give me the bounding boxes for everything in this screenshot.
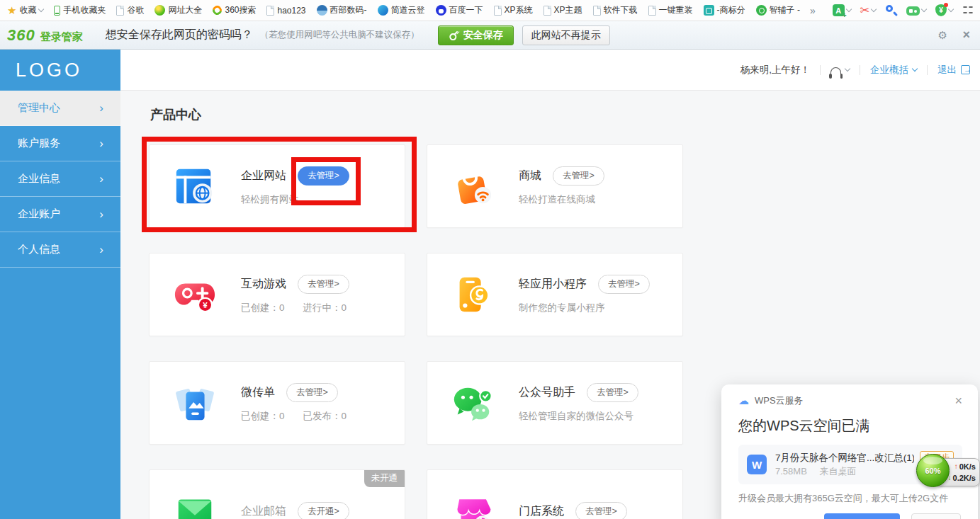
card-info: 微传单去管理>已创建：0已发布：0 (241, 383, 365, 423)
browser-tools: A✂¥ (833, 4, 973, 16)
company-overview-menu[interactable]: 企业概括 (870, 64, 917, 76)
bookmark-label: 智辅子 - (770, 4, 800, 16)
app-logo[interactable]: LOGO (0, 50, 120, 91)
key-icon (446, 28, 461, 42)
support-menu[interactable] (830, 64, 850, 75)
gear-icon[interactable]: ⚙ (938, 29, 947, 42)
bookmark-item[interactable]: 软件下载 (593, 4, 638, 16)
path (457, 499, 491, 515)
page-icon (593, 6, 601, 16)
product-card-门店系统[interactable]: 门店系统去管理> (427, 469, 683, 519)
sidebar-item-账户服务[interactable]: 账户服务› (0, 126, 120, 161)
bookmark-item[interactable]: 西部数码- (317, 4, 367, 16)
star-icon: ★ (7, 5, 16, 16)
manage-button[interactable]: 去管理> (553, 166, 604, 186)
card-subtitle: 轻松拥有网站 (241, 193, 349, 206)
card-title: 门店系统 (519, 504, 564, 519)
baidu-icon (436, 5, 446, 16)
manage-button[interactable]: 去管理> (286, 383, 338, 402)
bookmark-item[interactable]: XP系统 (494, 4, 533, 16)
product-card-商城[interactable]: 商城去管理>轻松打造在线商城 (427, 144, 683, 228)
app-header: LOGO 杨来明,上午好！ 企业概括 退出 → (0, 50, 980, 91)
bookmark-item[interactable]: 网址大全 (154, 4, 202, 16)
bookmark-item[interactable]: 智辅子 - (756, 4, 800, 16)
bookmark-item[interactable]: 360搜索 (213, 4, 256, 16)
manage-button[interactable]: 去开通> (298, 502, 349, 519)
speed-percent: 60% (925, 467, 940, 475)
page-icon (543, 6, 551, 16)
text: ¥ (203, 300, 208, 309)
i-lens-c (886, 5, 893, 12)
page-title: 产品中心 (150, 106, 201, 123)
rect (466, 281, 475, 283)
header-divider (927, 65, 928, 75)
upload-speed-value: 0K/s (959, 461, 976, 472)
dismiss-site-button[interactable]: 此网站不再提示 (522, 25, 610, 45)
wps-upgrade-tip: 升级会员最大拥有365G云空间，最大可上传2G文件 (738, 492, 962, 505)
chevron-right-icon: › (99, 243, 103, 257)
product-card-企业网站[interactable]: 企业网站去管理>轻松拥有网站 (149, 144, 405, 228)
sidebar-item-个人信息[interactable]: 个人信息› (0, 232, 120, 268)
manage-button[interactable]: 去管理> (587, 383, 638, 402)
manage-button[interactable]: 去管理> (298, 275, 349, 294)
bookmark-item[interactable]: 简道云登 (378, 4, 425, 16)
speed-ball[interactable]: 60% (916, 454, 950, 487)
card-title-row: 互动游戏去管理> (241, 275, 365, 294)
trademark-icon (704, 5, 714, 16)
card-title: 互动游戏 (241, 277, 286, 292)
page-icon (116, 6, 124, 16)
wps-doc-icon: W (747, 455, 767, 474)
bookmarks-bar: ★收藏手机收藏夹谷歌网址大全360搜索hao123西部数码-简道云登百度一下XP… (0, 0, 980, 21)
bookmarks-overflow-chevron[interactable]: » (810, 5, 816, 16)
speed-widget[interactable]: ↑ 0K/s ↓ 0.2K/s 60% (916, 454, 980, 489)
product-card-互动游戏[interactable]: ¥互动游戏去管理>已创建：0进行中：0 (149, 253, 405, 336)
save-password-button[interactable]: 安全保存 (438, 25, 514, 45)
rect (176, 176, 210, 178)
product-card-公众号助手[interactable]: 公众号助手去管理>轻松管理自家的微信公众号 (427, 361, 683, 445)
apps-grid-tool[interactable] (962, 5, 973, 16)
bookmark-item[interactable]: ★收藏 (7, 4, 43, 16)
bookmark-item[interactable]: 一键重装 (648, 4, 693, 16)
product-cards-grid: 企业网站去管理>轻松拥有网站商城去管理>轻松打造在线商城¥互动游戏去管理>已创建… (149, 144, 683, 519)
product-card-微传单[interactable]: 微传单去管理>已创建：0已发布：0 (149, 361, 405, 445)
bookmark-item[interactable]: -商标分 (704, 4, 745, 16)
card-subtitle: 轻松打造在线商城 (519, 193, 604, 206)
games-tool[interactable] (906, 5, 926, 16)
mail-icon (173, 489, 217, 519)
wps-close-icon[interactable]: × (954, 394, 962, 407)
sidebar-item-企业信息[interactable]: 企业信息› (0, 161, 120, 197)
wps-secondary-button[interactable] (911, 513, 961, 519)
card-info: 公众号助手去管理>轻松管理自家的微信公众号 (519, 383, 638, 423)
wps-primary-button[interactable] (824, 513, 900, 519)
search-icon (885, 4, 897, 16)
circle (482, 409, 485, 412)
chevron-right-icon: › (99, 137, 103, 151)
search-tool[interactable] (885, 4, 897, 16)
manage-button[interactable]: 去管理> (575, 502, 627, 519)
wps-popup-header: ☁ WPS云服务 × (738, 394, 962, 407)
bookmark-item[interactable]: 谷歌 (116, 4, 144, 16)
bookmark-item[interactable]: 手机收藏夹 (54, 4, 106, 16)
bookmark-item[interactable]: 百度一下 (436, 4, 483, 16)
i-lens-h (893, 11, 898, 16)
card-title-row: 微传单去管理> (241, 383, 365, 402)
manage-button[interactable]: 去管理> (298, 166, 349, 186)
card-stat: 已创建：0 (241, 302, 285, 313)
i-reddot (944, 3, 948, 7)
product-card-轻应用小程序[interactable]: 轻应用小程序去管理>制作您的专属小程序 (427, 253, 683, 336)
bookmark-item[interactable]: XP主题 (543, 4, 582, 16)
bookmark-item[interactable]: hao123 (266, 6, 305, 16)
logout-button[interactable]: 退出 → (937, 64, 970, 76)
screenshot-tool[interactable]: ✂ (860, 5, 876, 16)
i (969, 12, 973, 13)
bookmark-label: -商标分 (717, 4, 745, 16)
header-divider (820, 65, 821, 75)
card-title: 企业邮箱 (241, 504, 286, 519)
translate-tool[interactable]: A (833, 4, 851, 16)
manage-button[interactable]: 去管理> (598, 275, 650, 294)
product-card-企业邮箱[interactable]: 未开通企业邮箱去开通> (149, 469, 405, 519)
wallet-shield-tool[interactable]: ¥ (935, 4, 953, 16)
sidebar-item-管理中心[interactable]: 管理中心› (0, 91, 120, 126)
close-icon[interactable]: × (962, 28, 970, 42)
sidebar-item-企业账户[interactable]: 企业账户› (0, 197, 120, 232)
